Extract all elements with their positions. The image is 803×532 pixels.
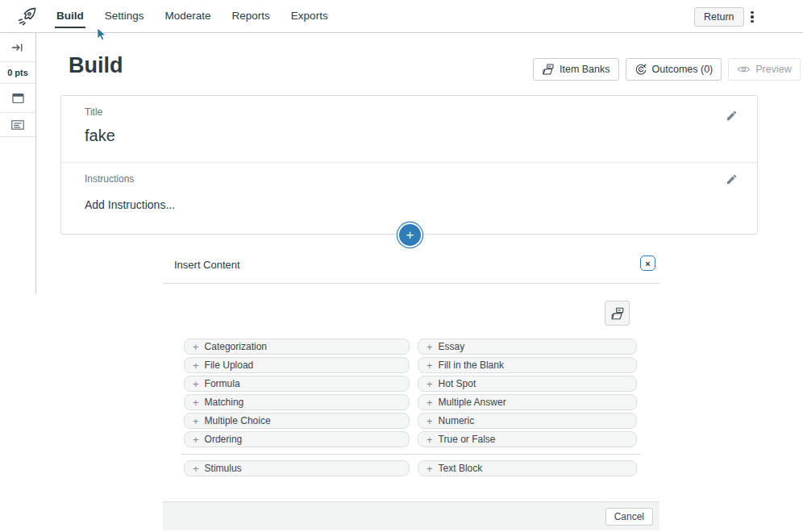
- plus-icon: +: [426, 342, 433, 352]
- eye-icon: [737, 64, 751, 74]
- question-type-label: Multiple Choice: [205, 415, 271, 426]
- insert-panel-footer: Cancel: [163, 501, 659, 530]
- add-instructions-text[interactable]: Add Instructions...: [85, 198, 175, 211]
- question-type-multiple-answer[interactable]: +Multiple Answer: [418, 394, 637, 410]
- sidebar-item-instructions[interactable]: [0, 113, 35, 137]
- question-type-formula[interactable]: +Formula: [184, 376, 410, 392]
- question-type-label: Ordering: [205, 434, 243, 445]
- plus-icon: +: [426, 463, 433, 474]
- question-type-label: Formula: [205, 378, 240, 389]
- plus-icon: +: [193, 342, 199, 352]
- plus-icon: +: [426, 397, 433, 408]
- add-content-button[interactable]: +: [399, 224, 421, 246]
- outcomes-target-icon: [634, 63, 647, 76]
- question-type-label: Numeric: [439, 415, 475, 426]
- page-title: Build: [69, 53, 123, 78]
- tab-settings[interactable]: Settings: [105, 0, 144, 32]
- question-type-hot-spot[interactable]: +Hot Spot: [418, 376, 637, 392]
- arrow-to-bar-icon: [11, 42, 24, 53]
- quiz-title-value[interactable]: fake: [85, 127, 115, 145]
- question-type-label: True or False: [439, 434, 496, 445]
- tab-exports[interactable]: Exports: [291, 0, 328, 32]
- insert-panel-header: Insert Content ×: [163, 246, 659, 284]
- question-type-file-upload[interactable]: +File Upload: [184, 357, 410, 373]
- question-type-matching[interactable]: +Matching: [184, 394, 410, 410]
- question-sidebar: 0 pts: [0, 33, 36, 294]
- tab-moderate[interactable]: Moderate: [165, 0, 211, 32]
- quiz-build-page: Build Settings Moderate Reports Exports …: [0, 0, 803, 532]
- question-type-label: Categorization: [205, 341, 267, 352]
- plus-icon: +: [193, 434, 199, 445]
- item-bank-icon: [610, 306, 625, 321]
- question-type-stimulus[interactable]: +Stimulus: [184, 460, 410, 476]
- plus-icon: +: [193, 463, 199, 474]
- instructions-label: Instructions: [85, 173, 134, 185]
- tab-reports[interactable]: Reports: [232, 0, 270, 32]
- question-type-label: File Upload: [205, 360, 254, 371]
- return-button[interactable]: Return: [694, 7, 744, 27]
- question-type-fill-in-the-blank[interactable]: +Fill in the Blank: [418, 357, 637, 373]
- insert-content-panel: Insert Content × +Categorization+Essay+F…: [163, 246, 659, 530]
- question-type-label: Stimulus: [205, 463, 242, 474]
- title-section: Title fake: [61, 96, 757, 163]
- grid-divider: [181, 454, 641, 455]
- plus-icon: +: [193, 379, 199, 389]
- title-label: Title: [85, 106, 102, 118]
- edit-title-button[interactable]: [726, 110, 738, 122]
- plus-icon: +: [426, 360, 433, 371]
- window-icon: [12, 93, 24, 104]
- preview-button[interactable]: Preview: [728, 58, 800, 81]
- question-type-multiple-choice[interactable]: +Multiple Choice: [184, 413, 410, 429]
- question-type-ordering[interactable]: +Ordering: [184, 431, 410, 447]
- insert-content-title: Insert Content: [174, 259, 240, 271]
- quiz-details-card: Title fake Instructions Add Instructions…: [60, 95, 758, 235]
- question-type-label: Multiple Answer: [439, 397, 506, 408]
- outcomes-button[interactable]: Outcomes (0): [626, 58, 722, 81]
- sidebar-item-quiz-header[interactable]: [0, 84, 35, 113]
- question-type-true-or-false[interactable]: +True or False: [418, 431, 637, 447]
- open-item-bank-button[interactable]: [605, 301, 630, 326]
- question-type-label: Text Block: [439, 463, 483, 474]
- item-bank-icon: [542, 63, 555, 76]
- collapse-sidebar-button[interactable]: [0, 33, 35, 62]
- question-type-grid: +Categorization+Essay+File Upload+Fill i…: [184, 339, 637, 447]
- question-type-numeric[interactable]: +Numeric: [418, 413, 637, 429]
- question-type-label: Hot Spot: [439, 378, 476, 389]
- question-type-label: Matching: [205, 397, 244, 408]
- plus-icon: +: [193, 416, 199, 426]
- question-type-label: Essay: [439, 341, 465, 352]
- nav-tabs: Build Settings Moderate Reports Exports: [56, 0, 328, 32]
- item-banks-button[interactable]: Item Banks: [533, 58, 619, 81]
- question-type-categorization[interactable]: +Categorization: [184, 339, 410, 355]
- outcomes-label: Outcomes (0): [652, 64, 714, 75]
- close-icon[interactable]: ×: [640, 256, 655, 271]
- text-block-icon: [11, 120, 24, 130]
- points-total: 0 pts: [0, 62, 35, 84]
- edit-instructions-button[interactable]: [726, 173, 738, 185]
- plus-icon: +: [426, 379, 433, 389]
- instructions-section: Instructions Add Instructions...: [61, 163, 757, 234]
- question-type-text-block[interactable]: +Text Block: [418, 460, 637, 476]
- content-type-grid: +Stimulus+Text Block: [184, 460, 637, 476]
- tab-build[interactable]: Build: [56, 0, 84, 32]
- plus-icon: +: [193, 397, 199, 408]
- item-banks-label: Item Banks: [560, 64, 610, 75]
- question-type-label: Fill in the Blank: [439, 360, 504, 371]
- points-label: 0 pts: [7, 68, 28, 77]
- plus-icon: +: [426, 416, 433, 426]
- plus-icon: +: [193, 360, 199, 371]
- kebab-menu-icon[interactable]: [744, 7, 760, 27]
- preview-label: Preview: [755, 64, 791, 75]
- top-nav: Build Settings Moderate Reports Exports …: [0, 0, 803, 33]
- rocket-icon: [16, 6, 38, 27]
- cancel-button[interactable]: Cancel: [605, 508, 653, 526]
- build-toolbar: Item Banks Outcomes (0) Preview: [533, 58, 801, 81]
- plus-icon: +: [426, 434, 433, 445]
- question-type-essay[interactable]: +Essay: [418, 339, 637, 355]
